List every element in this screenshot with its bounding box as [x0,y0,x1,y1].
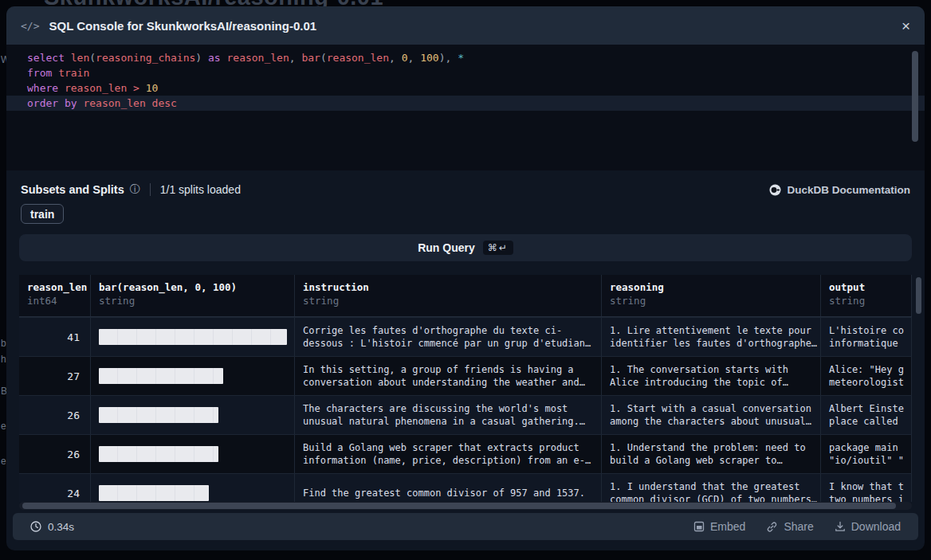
table-row[interactable]: 27In this setting, a group of friends is… [19,356,912,395]
table-row[interactable]: 26The characters are discussing the worl… [19,395,912,434]
table-horizontal-scrollbar[interactable] [19,502,912,510]
sql-console-modal: </> SQL Console for SkunkworksAI/reasoni… [6,6,925,550]
bar-visualization [99,329,287,345]
query-time: 0.34s [30,521,74,533]
cell-bar[interactable] [91,435,295,473]
editor-scrollbar[interactable] [912,51,918,142]
cell-reason-len[interactable]: 26 [19,396,91,434]
run-query-button[interactable]: Run Query ⌘↵ [19,234,912,261]
column-header-reasoning[interactable]: reasoningstring [602,275,821,316]
table-body: 41Corrige les fautes d'orthographe du te… [19,317,912,502]
cell-reason-len[interactable]: 27 [19,357,91,395]
download-icon [835,521,846,532]
sql-code-line: where reason_len > 10 [6,80,925,96]
duckdb-documentation-link[interactable]: DuckDB Documentation [769,184,910,196]
cell-instruction[interactable]: Corrige les fautes d'orthographe du text… [295,318,602,356]
duckdb-logo-icon [769,184,781,196]
query-time-value: 0.34s [48,521,74,533]
cell-output[interactable]: L'histoire coinformatique [821,318,912,356]
subsets-and-splits-row: Subsets and Splits ⓘ 1/1 splits loaded D… [21,180,910,199]
bar-visualization [99,368,223,384]
download-button[interactable]: Download [835,520,901,533]
cell-instruction[interactable]: The characters are discussing the world'… [295,396,602,434]
share-link-icon [766,521,778,533]
embed-button[interactable]: Embed [693,520,745,533]
cell-reasoning[interactable]: 1. The conversation starts withAlice int… [602,357,821,395]
cell-bar[interactable] [91,474,295,502]
close-icon[interactable]: × [902,18,910,33]
cell-instruction[interactable]: In this setting, a group of friends is h… [295,357,602,395]
modal-title: SQL Console for SkunkworksAI/reasoning-0… [49,19,316,33]
divider [150,183,151,196]
cell-output[interactable]: Albert Einsteplace called [821,396,912,434]
bar-visualization [99,407,218,423]
sql-code: select len(reasoning_chains) as reason_l… [6,45,925,111]
cell-bar[interactable] [91,396,295,434]
cell-output[interactable]: package main "io/ioutil" " [821,435,912,473]
column-header-reason-len[interactable]: reason_lenint64 [19,275,91,316]
run-query-shortcut: ⌘↵ [483,241,513,255]
modal-header: </> SQL Console for SkunkworksAI/reasoni… [6,6,925,45]
splits-loaded-text: 1/1 splits loaded [160,183,241,196]
column-header-instruction[interactable]: instructionstring [295,275,602,316]
sql-code-line: order by reason_len desc [6,96,925,111]
clock-icon [30,521,41,532]
sql-code-line: select len(reasoning_chains) as reason_l… [6,45,925,65]
cell-reasoning[interactable]: 1. Lire attentivement le texte pourident… [602,318,821,356]
results-table: reason_lenint64bar(reason_len, 0, 100)st… [19,275,912,502]
duckdb-documentation-label: DuckDB Documentation [787,184,910,196]
info-icon[interactable]: ⓘ [130,182,140,197]
cell-reason-len[interactable]: 26 [19,435,91,473]
table-row[interactable]: 24Find the greatest common divisor of 95… [19,473,912,502]
cell-bar[interactable] [91,318,295,356]
cell-reason-len[interactable]: 24 [19,474,91,502]
sql-code-line: from train [6,65,925,80]
download-label: Download [851,520,901,533]
cell-output[interactable]: Alice: "Hey gmeteorologist [821,357,912,395]
column-header-bar-reason-len-0-100-[interactable]: bar(reason_len, 0, 100)string [91,275,295,316]
cell-output[interactable]: I know that ttwo numbers i [821,474,912,502]
embed-icon [693,521,705,532]
modal-footer: 0.34s Embed Share [13,513,918,540]
subsets-label: Subsets and Splits [21,183,124,196]
table-header-row: reason_lenint64bar(reason_len, 0, 100)st… [19,275,912,317]
table-vertical-scrollbar[interactable] [916,277,921,314]
cell-reasoning[interactable]: 1. Start with a casual conversationamong… [602,396,821,434]
run-query-label: Run Query [418,241,475,254]
sql-editor[interactable]: select len(reasoning_chains) as reason_l… [6,45,925,170]
table-row[interactable]: 26Build a Golang web scraper that extrac… [19,434,912,473]
cell-instruction[interactable]: Find the greatest common divisor of 957 … [295,474,602,502]
horizontal-scrollbar-thumb[interactable] [22,503,896,509]
share-label: Share [784,520,813,533]
share-button[interactable]: Share [766,520,813,533]
table-row[interactable]: 41Corrige les fautes d'orthographe du te… [19,317,912,356]
bar-visualization [99,485,209,501]
embed-label: Embed [710,520,745,533]
split-chip-train[interactable]: train [21,204,64,224]
code-icon: </> [21,20,39,32]
cell-bar[interactable] [91,357,295,395]
cell-reason-len[interactable]: 41 [19,318,91,356]
column-header-output[interactable]: outputstring [821,275,912,316]
cell-reasoning[interactable]: 1. Understand the problem: need tobuild … [602,435,821,473]
cell-reasoning[interactable]: 1. I understand that the greatestcommon … [602,474,821,502]
bar-visualization [99,446,218,462]
cell-instruction[interactable]: Build a Golang web scraper that extracts… [295,435,602,473]
